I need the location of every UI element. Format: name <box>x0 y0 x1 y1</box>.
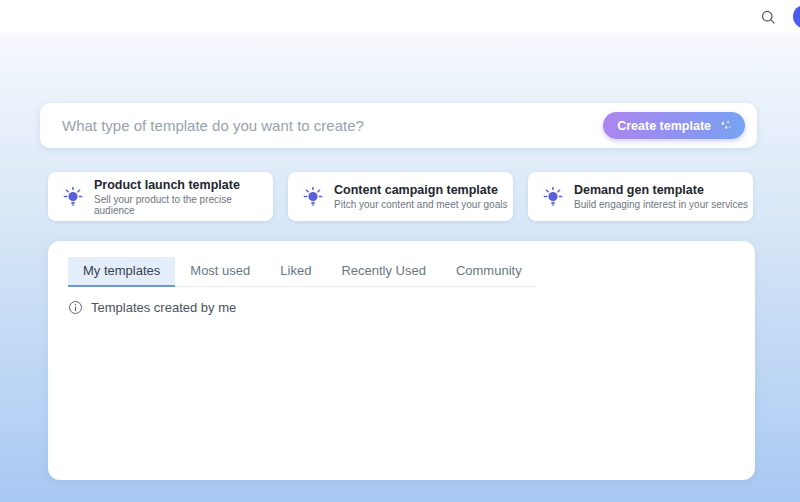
card-title: Content campaign template <box>334 183 507 197</box>
card-title: Demand gen template <box>574 183 748 197</box>
suggestion-cards-row: Product launch template Sell your produc… <box>48 172 753 221</box>
templates-panel: My templates Most used Liked Recently Us… <box>48 241 755 480</box>
card-title: Product launch template <box>94 178 273 192</box>
card-subtitle: Pitch your content and meet your goals <box>334 199 507 210</box>
info-icon <box>68 300 83 315</box>
tab-most-used[interactable]: Most used <box>175 257 265 286</box>
avatar[interactable] <box>793 5 800 28</box>
template-prompt-bar: Create template <box>40 103 757 148</box>
create-template-label: Create template <box>617 119 711 133</box>
tab-my-templates[interactable]: My templates <box>68 257 175 286</box>
sparkles-icon <box>718 118 733 133</box>
empty-state-label: Templates created by me <box>91 300 236 315</box>
empty-state-row: Templates created by me <box>68 300 755 315</box>
card-subtitle: Build engaging interest in your services <box>574 199 748 210</box>
tab-recently-used[interactable]: Recently Used <box>326 257 441 286</box>
card-texts: Content campaign template Pitch your con… <box>334 183 507 210</box>
app-root: Create template <box>0 0 800 502</box>
card-texts: Demand gen template Build engaging inter… <box>574 183 748 210</box>
card-product-launch-template[interactable]: Product launch template Sell your produc… <box>48 172 273 221</box>
card-demand-gen-template[interactable]: Demand gen template Build engaging inter… <box>528 172 753 221</box>
templates-tabstrip: My templates Most used Liked Recently Us… <box>68 257 537 287</box>
search-icon-glyph <box>760 9 777 26</box>
lightbulb-icon <box>61 185 85 209</box>
create-template-button[interactable]: Create template <box>603 112 745 139</box>
topbar <box>0 0 800 33</box>
lightbulb-icon <box>301 185 325 209</box>
card-texts: Product launch template Sell your produc… <box>94 178 273 216</box>
card-content-campaign-template[interactable]: Content campaign template Pitch your con… <box>288 172 513 221</box>
lightbulb-icon <box>541 185 565 209</box>
tab-community[interactable]: Community <box>441 257 537 286</box>
search-icon[interactable] <box>758 7 778 27</box>
card-subtitle: Sell your product to the precise audienc… <box>94 194 273 216</box>
tab-liked[interactable]: Liked <box>265 257 326 286</box>
